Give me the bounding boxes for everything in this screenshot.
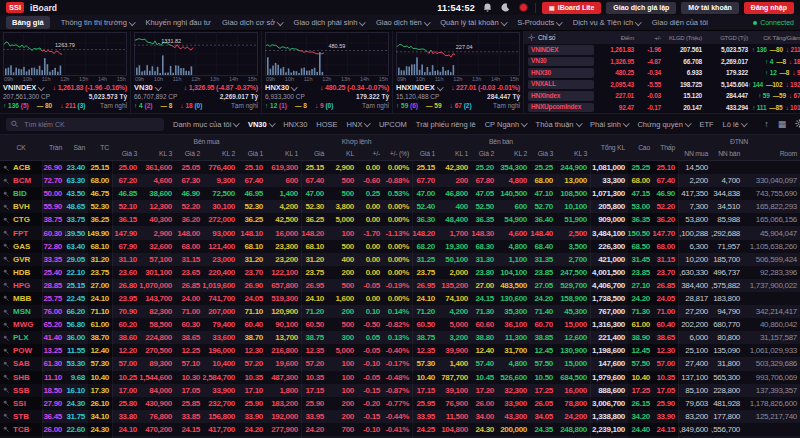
ticker[interactable]: HPG [12, 279, 42, 292]
ticker[interactable]: MBB [12, 292, 42, 305]
pin-icon[interactable] [0, 305, 12, 318]
col-subheader[interactable]: KL 3 [556, 147, 590, 160]
pin-icon[interactable] [0, 240, 12, 253]
pin-icon[interactable] [0, 423, 12, 436]
index-name[interactable]: VN30 [134, 83, 153, 92]
topbar-button--ng-nh-p[interactable]: Đăng nhập [744, 2, 794, 14]
index-name[interactable]: VNINDEX [3, 83, 36, 92]
ticker[interactable]: POW [12, 344, 42, 357]
board-tab-tr-i-phi-u-ri-ng-l-[interactable]: Trái phiếu riêng lẻ [416, 120, 476, 129]
col-subheader[interactable]: Giá 2 [175, 147, 203, 160]
pin-icon[interactable] [0, 187, 12, 200]
board-tab-etf[interactable]: ETF [699, 120, 713, 129]
pin-icon[interactable] [0, 253, 12, 266]
col-header[interactable]: Cao [628, 135, 653, 160]
col-header[interactable]: Khớp lệnh [301, 135, 412, 147]
menu-item-6[interactable]: Quản lý tài khoản [440, 18, 506, 27]
col-subheader[interactable]: KL 2 [497, 147, 530, 160]
index-row-vnxall[interactable]: VNXALL2,095.43-5.55198.7255,145.604↑ 144… [524, 79, 800, 91]
pin-icon[interactable] [0, 371, 12, 384]
ticker[interactable]: CTG [12, 213, 42, 226]
stock-row-bid[interactable]: BID50.0043.5046.7546.8538,60046.9072,500… [0, 187, 800, 200]
col-subheader[interactable]: Giá 1 [412, 147, 438, 160]
ticker[interactable]: SSB [12, 384, 42, 397]
col-subheader[interactable]: +/- (%) [383, 147, 412, 160]
pin-icon[interactable] [0, 384, 12, 397]
menu-item-2[interactable]: Khuyến nghị đầu tư [145, 18, 211, 27]
record-indicator-icon[interactable] [517, 2, 529, 14]
menu-item-9[interactable]: Giao diện của tôi [652, 18, 708, 27]
pin-icon[interactable] [0, 292, 12, 305]
stock-row-gvr[interactable]: GVR33.3529.0531.2031.1057,10031.1523,000… [0, 253, 800, 266]
ticker[interactable]: SAB [12, 357, 42, 370]
stock-row-pow[interactable]: POW13.2511.5512.4012.20270,50012.25196,0… [0, 344, 800, 357]
stock-row-bvh[interactable]: BVH55.9048.6552.3052.1012,30052.2030,100… [0, 200, 800, 213]
stock-row-hdb[interactable]: HDB25.4022.1023.7523.60301,10023.65220,4… [0, 266, 800, 279]
pin-icon[interactable] [0, 266, 12, 279]
col-subheader[interactable]: KL 1 [266, 147, 301, 160]
ticker[interactable]: BVH [12, 200, 42, 213]
col-header[interactable]: Trần [42, 135, 65, 160]
stock-row-fpt[interactable]: FPT160.30139.50149.90147.902,900148.0093… [0, 226, 800, 239]
stock-row-sab[interactable]: SAB61.3053.3057.3057.0089,30057.1010,400… [0, 357, 800, 370]
col-header[interactable]: TC [88, 135, 112, 160]
ticker[interactable]: SHB [12, 371, 42, 384]
menu-item-7[interactable]: S-Products [517, 18, 562, 27]
stock-row-plx[interactable]: PLX41.4036.0038.7038.60224,80038.6533,60… [0, 331, 800, 344]
col-subheader[interactable]: KL 1 [438, 147, 471, 160]
index-row-hnxupcomindex[interactable]: HNXUpcomIndex92.47-0.1720.147433.294↑ 11… [524, 102, 800, 114]
index-name[interactable]: HNX30 [265, 83, 289, 92]
col-subheader[interactable]: Giá 2 [471, 147, 497, 160]
stock-row-acb[interactable]: ACB26.9023.4025.1525.00361,60025.05776,4… [0, 161, 800, 174]
stock-row-gas[interactable]: GAS72.8063.4068.1067.9032,60068.00121,40… [0, 240, 800, 253]
col-subheader[interactable]: Room [743, 147, 800, 160]
col-subheader[interactable]: NN mua [678, 147, 711, 160]
stock-row-msn[interactable]: MSN76.0066.2071.1070.9082,30071.00207,00… [0, 305, 800, 318]
ticker[interactable]: ACB [12, 161, 42, 174]
ticker[interactable]: SSI [12, 397, 42, 410]
search-input[interactable] [22, 120, 159, 129]
menu-item-5[interactable]: Giao dịch tiền [376, 18, 429, 27]
collapse-icon[interactable]: ↑ [764, 120, 769, 129]
board-tab-hnx30[interactable]: HNX30 [283, 120, 307, 129]
pin-icon[interactable] [0, 161, 12, 174]
pin-icon[interactable] [0, 213, 12, 226]
board-tab-cp-ng-nh[interactable]: CP Ngành [485, 120, 527, 129]
pin-icon[interactable] [0, 226, 12, 239]
pin-icon[interactable] [0, 318, 12, 331]
pin-icon[interactable] [0, 397, 12, 410]
index-name[interactable]: HNXINDEX [396, 83, 435, 92]
topbar-button-giao-d-ch-gi-l-p[interactable]: Giao dịch giá lập [606, 2, 676, 14]
board-tab-ph-i-sinh[interactable]: Phái sinh [590, 120, 628, 129]
pin-icon[interactable] [0, 174, 12, 187]
col-header[interactable]: Thấp [653, 135, 678, 160]
ticker[interactable]: FPT [12, 226, 42, 239]
board-tab-hose[interactable]: HOSE [316, 120, 337, 129]
settings-gear-icon[interactable] [795, 119, 800, 130]
pin-icon[interactable] [0, 344, 12, 357]
col-header[interactable]: Bên mua [112, 135, 301, 147]
menu-item-3[interactable]: Giao dịch cơ sở [222, 18, 283, 27]
stock-search[interactable] [6, 118, 164, 131]
stock-row-ssb[interactable]: SSB18.5016.1017.3017.0084,00017.0533,900… [0, 384, 800, 397]
ticker[interactable]: GVR [12, 253, 42, 266]
col-subheader[interactable]: KL 3 [140, 147, 175, 160]
col-header[interactable]: Bên bán [412, 135, 590, 147]
ticker[interactable]: GAS [12, 240, 42, 253]
pin-icon[interactable] [0, 331, 12, 344]
board-tab-ch-ng-quy-n[interactable]: Chứng quyền [637, 120, 690, 129]
pin-icon[interactable] [0, 200, 12, 213]
topbar-button-iboard-lite[interactable]: ▤iBoard Lite [542, 2, 601, 14]
pin-icon[interactable] [0, 410, 12, 423]
col-header[interactable]: Tổng KL [590, 135, 628, 160]
board-tab-hnx[interactable]: HNX [347, 120, 370, 129]
stock-row-bcm[interactable]: BCM72.7063.3068.0067.204,60067.309,30067… [0, 174, 800, 187]
col-header[interactable]: Sàn [65, 135, 88, 160]
col-subheader[interactable]: Giá 3 [112, 147, 140, 160]
board-tab-danh-m-c-c-a-t-i[interactable]: Danh mục của tôi [173, 120, 239, 129]
stock-row-ctg[interactable]: CTG38.7533.7536.2536.1540,30036.20272,00… [0, 213, 800, 226]
ticker[interactable]: MWG [12, 318, 42, 331]
index-row-vnindex[interactable]: VNINDEX1,261.83-1.96207.5615,023.573↑ 13… [524, 44, 800, 56]
col-header[interactable]: ĐTNN [678, 135, 800, 147]
col-subheader[interactable]: KL [327, 147, 357, 160]
